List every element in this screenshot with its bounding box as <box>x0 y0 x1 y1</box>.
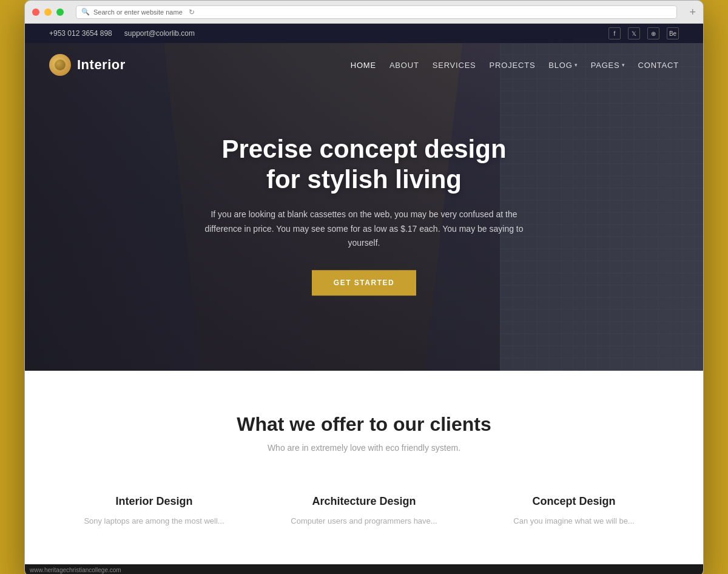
refresh-icon[interactable]: ↻ <box>189 8 195 16</box>
logo-text: Interior <box>77 57 126 73</box>
browser-window: 🔍 Search or enter website name ↻ + +953 … <box>24 0 704 574</box>
service-card-interior: Interior Design Sony laptops are among t… <box>61 483 247 540</box>
nav-item-blog[interactable]: BLOG ▾ <box>548 61 577 70</box>
get-started-button[interactable]: GET STARTED <box>312 270 416 295</box>
services-section: What we offer to our clients Who are in … <box>25 371 703 564</box>
browser-toolbar: 🔍 Search or enter website name ↻ + <box>25 1 703 24</box>
nav-link-home[interactable]: HOME <box>351 61 376 70</box>
service-desc-concept: Can you imagine what we will be... <box>493 515 655 528</box>
hero-title: Precise concept design for stylish livin… <box>158 134 570 195</box>
nav-item-pages[interactable]: PAGES ▾ <box>591 61 625 70</box>
service-title-architecture: Architecture Design <box>283 495 445 508</box>
nav-item-contact[interactable]: CONTACT <box>638 59 679 70</box>
nav-link-services[interactable]: SERVICES <box>433 61 476 70</box>
hero-section: Interior HOME ABOUT SERVICES PROJECTS <box>25 43 703 371</box>
nav-link-blog[interactable]: BLOG <box>548 61 572 70</box>
navbar: Interior HOME ABOUT SERVICES PROJECTS <box>25 43 703 87</box>
hero-subtitle: If you are looking at blank cassettes on… <box>194 208 534 251</box>
pages-dropdown-icon: ▾ <box>622 62 625 68</box>
blog-dropdown-icon: ▾ <box>575 62 578 68</box>
top-bar: +953 012 3654 898 support@colorlib.com f… <box>25 24 703 43</box>
top-bar-left: +953 012 3654 898 support@colorlib.com <box>49 29 195 38</box>
address-text: Search or enter website name <box>93 8 183 16</box>
address-bar[interactable]: 🔍 Search or enter website name ↻ <box>76 5 677 19</box>
search-icon: 🔍 <box>81 8 90 16</box>
logo[interactable]: Interior <box>49 54 126 76</box>
nav-link-about[interactable]: ABOUT <box>389 61 419 70</box>
services-grid: Interior Design Sony laptops are among t… <box>49 483 679 540</box>
minimize-button[interactable] <box>44 8 52 16</box>
service-desc-architecture: Computer users and programmers have... <box>283 515 445 528</box>
nav-item-projects[interactable]: PROJECTS <box>490 59 536 70</box>
nav-link-projects[interactable]: PROJECTS <box>490 61 536 70</box>
behance-icon[interactable]: Be <box>667 27 679 39</box>
nav-link-contact[interactable]: CONTACT <box>638 61 679 70</box>
nav-item-about[interactable]: ABOUT <box>389 59 419 70</box>
service-card-concept: Concept Design Can you imagine what we w… <box>481 483 667 540</box>
new-tab-button[interactable]: + <box>689 7 696 18</box>
phone-number: +953 012 3654 898 <box>49 29 112 38</box>
twitter-icon[interactable]: 𝕏 <box>628 27 640 39</box>
close-button[interactable] <box>32 8 39 16</box>
service-card-architecture: Architecture Design Computer users and p… <box>271 483 457 540</box>
nav-item-home[interactable]: HOME <box>351 59 376 70</box>
nav-item-services[interactable]: SERVICES <box>433 59 476 70</box>
watermark-url: www.heritagechristiancollege.com <box>30 567 121 573</box>
services-title: What we offer to our clients <box>49 413 679 436</box>
dribbble-icon[interactable]: ⊕ <box>647 27 659 39</box>
facebook-icon[interactable]: f <box>608 27 621 39</box>
hero-content: Precise concept design for stylish livin… <box>158 134 570 295</box>
service-title-concept: Concept Design <box>493 495 655 508</box>
maximize-button[interactable] <box>56 8 64 16</box>
watermark-bar: www.heritagechristiancollege.com <box>25 564 703 574</box>
email-address: support@colorlib.com <box>124 29 195 38</box>
website-content: +953 012 3654 898 support@colorlib.com f… <box>25 24 703 574</box>
nav-link-pages[interactable]: PAGES <box>591 61 620 70</box>
top-bar-right: f 𝕏 ⊕ Be <box>608 27 679 39</box>
service-desc-interior: Sony laptops are among the most well... <box>73 515 235 528</box>
nav-links: HOME ABOUT SERVICES PROJECTS BLOG ▾ <box>351 59 679 70</box>
service-title-interior: Interior Design <box>73 495 235 508</box>
services-subtitle: Who are in extremely love with eco frien… <box>49 443 679 453</box>
logo-icon <box>49 54 71 76</box>
